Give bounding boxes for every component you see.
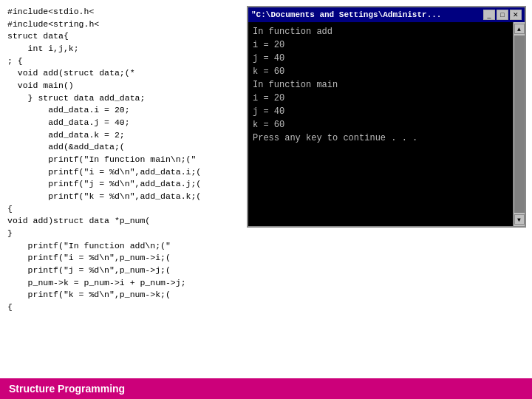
terminal-title: "C:\Documents and Settings\Administr... [251, 10, 441, 19]
maximize-button[interactable]: □ [497, 10, 508, 20]
terminal-output: In function add i = 20 j = 40 k = 60 In … [248, 22, 513, 226]
terminal-scrollbar[interactable]: ▲ ▼ [513, 22, 525, 226]
terminal-body-container: In function add i = 20 j = 40 k = 60 In … [248, 22, 525, 226]
scroll-track [514, 35, 525, 213]
bottom-bar: Structure Programming [0, 378, 532, 399]
terminal-panel: "C:\Documents and Settings\Administr... … [244, 0, 532, 399]
code-panel: #include<stdio.h< #include<string.h< str… [0, 0, 244, 399]
terminal-window: "C:\Documents and Settings\Administr... … [247, 6, 526, 228]
scroll-down-button[interactable]: ▼ [514, 214, 525, 225]
terminal-buttons: _ □ ✕ [483, 10, 522, 20]
minimize-button[interactable]: _ [483, 10, 495, 20]
terminal-titlebar: "C:\Documents and Settings\Administr... … [248, 7, 525, 22]
scroll-up-button[interactable]: ▲ [514, 24, 525, 34]
main-container: #include<stdio.h< #include<string.h< str… [0, 0, 532, 399]
close-button[interactable]: ✕ [510, 10, 522, 20]
code-content: #include<stdio.h< #include<string.h< str… [7, 6, 236, 314]
bottom-bar-label: Structure Programming [9, 383, 125, 395]
